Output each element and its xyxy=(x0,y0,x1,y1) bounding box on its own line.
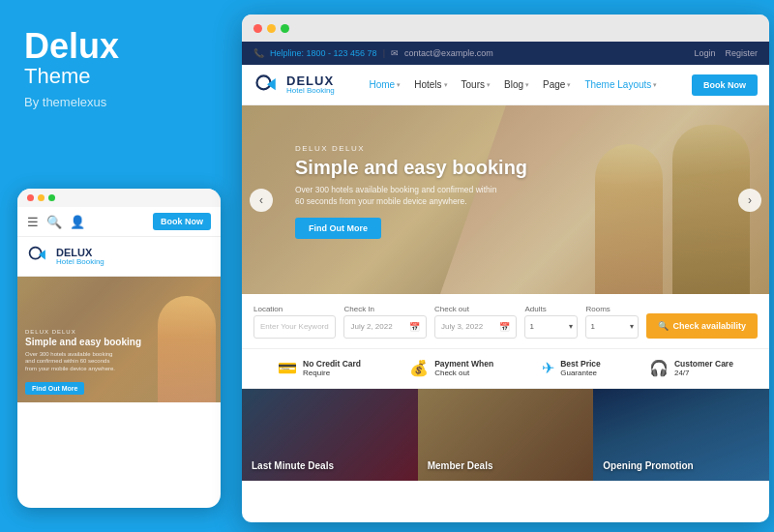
check-availability-button[interactable]: 🔍 Check availability xyxy=(646,313,758,339)
site-nav: DELUX Hotel Booking Home▾ Hotels▾ Tours▾… xyxy=(242,65,769,105)
card-member-deals[interactable]: Member Deals xyxy=(418,389,594,481)
adults-field: Adults 1 ▾ xyxy=(524,305,578,339)
mobile-nav: ☰ 🔍 👤 Book Now xyxy=(17,207,221,237)
left-panel: Delux Theme By themelexus ☰ 🔍 👤 Book Now… xyxy=(0,0,232,532)
nav-link-tours[interactable]: Tours▾ xyxy=(461,79,491,90)
desktop-titlebar xyxy=(242,15,769,42)
mobile-dot-yellow xyxy=(38,194,45,201)
desktop-dot-yellow[interactable] xyxy=(267,24,276,33)
customer-care-icon: 🎧 xyxy=(649,359,669,377)
nav-link-hotels[interactable]: Hotels▾ xyxy=(414,79,447,90)
mobile-hero: DELUX DELUX Simple and easy booking Over… xyxy=(17,277,221,402)
checkin-input[interactable]: July 2, 2022 📅 xyxy=(343,315,426,339)
mobile-titlebar xyxy=(17,189,221,207)
feature-sub-1: Require xyxy=(303,369,361,378)
mobile-search-icon[interactable]: 🔍 xyxy=(46,215,62,229)
topbar-right: Login Register xyxy=(694,48,758,58)
location-input[interactable]: Enter Your Keyword xyxy=(253,315,336,339)
mobile-user-icon[interactable]: 👤 xyxy=(70,215,85,229)
email-icon: ✉ xyxy=(391,48,399,58)
nav-logo: DELUX Hotel Booking xyxy=(253,72,335,99)
card-opening-promotion[interactable]: Opening Promotion xyxy=(593,389,769,481)
features-bar: 💳 No Credit Card Require 💰 Payment When … xyxy=(242,349,769,389)
svg-marker-1 xyxy=(39,250,45,259)
desktop-mockup: 📞 Helpline: 1800 - 123 456 78 | ✉ contac… xyxy=(242,15,769,522)
helpline-label: Helpline: 1800 - 123 456 78 xyxy=(270,48,377,58)
mobile-dot-green xyxy=(48,194,55,201)
nav-link-home[interactable]: Home▾ xyxy=(370,79,402,90)
search-icon-white: 🔍 xyxy=(658,321,669,331)
feature-sub-4: 24/7 xyxy=(674,369,733,378)
card-label-3: Opening Promotion xyxy=(603,460,693,471)
hero-next-arrow[interactable]: › xyxy=(738,189,761,212)
mobile-logo-area: DELUX Hotel Booking xyxy=(17,237,221,277)
nav-link-blog[interactable]: Blog▾ xyxy=(504,79,529,90)
mobile-logo-text: DELUX Hotel Booking xyxy=(56,248,104,266)
rooms-label: Rooms xyxy=(585,305,639,313)
rooms-select[interactable]: 1 ▾ xyxy=(585,315,639,339)
nav-links: Home▾ Hotels▾ Tours▾ Blog▾ Page▾ Theme L… xyxy=(370,79,658,90)
feature-customer-care: 🎧 Customer Care 24/7 xyxy=(649,359,733,378)
card-label-1: Last Minute Deals xyxy=(252,460,334,471)
location-field: Location Enter Your Keyword xyxy=(253,305,336,339)
mobile-dot-red xyxy=(27,194,34,201)
adults-chevron: ▾ xyxy=(569,322,573,331)
desktop-dot-green[interactable] xyxy=(281,24,289,33)
site-hero: ‹ › DELUX DELUX Simple and easy booking … xyxy=(242,105,769,294)
hero-label: DELUX DELUX xyxy=(295,144,527,153)
hero-title: Simple and easy booking xyxy=(295,157,527,179)
nav-logo-sub: Hotel Booking xyxy=(286,87,335,95)
feature-main-4: Customer Care xyxy=(674,359,733,369)
nav-link-theme-layouts[interactable]: Theme Layouts▾ xyxy=(584,79,657,90)
desktop-dot-red[interactable] xyxy=(253,24,262,33)
hero-description: Over 300 hotels available booking and co… xyxy=(295,185,508,208)
phone-icon: 📞 xyxy=(253,48,264,58)
feature-main-1: No Credit Card xyxy=(303,359,361,369)
hero-find-out-more-button[interactable]: Find Out More xyxy=(295,218,381,239)
mobile-hero-person xyxy=(158,296,216,402)
feature-sub-2: Check out xyxy=(434,369,493,378)
nav-book-now-button[interactable]: Book Now xyxy=(692,74,758,96)
mobile-menu-icon[interactable]: ☰ xyxy=(27,215,39,229)
brand-theme: Theme xyxy=(24,64,208,89)
login-link[interactable]: Login xyxy=(694,48,715,58)
payment-icon: 💰 xyxy=(409,359,429,377)
mobile-nav-icons: ☰ 🔍 👤 xyxy=(27,215,85,229)
search-bar: Location Enter Your Keyword Check In Jul… xyxy=(242,294,769,349)
checkin-label: Check In xyxy=(343,305,426,313)
cards-row: Last Minute Deals Member Deals Opening P… xyxy=(242,389,769,481)
mobile-book-button[interactable]: Book Now xyxy=(153,213,211,230)
feature-main-3: Best Price xyxy=(560,359,601,369)
brand-name: Delux xyxy=(24,29,208,64)
best-price-icon: ✈ xyxy=(542,359,554,377)
svg-point-0 xyxy=(30,248,42,259)
phone-number: 1800 - 123 456 78 xyxy=(307,48,377,58)
feature-sub-3: Guarantee xyxy=(560,369,601,378)
topbar-left: 📞 Helpline: 1800 - 123 456 78 | ✉ contac… xyxy=(253,48,493,58)
feature-no-credit-card: 💳 No Credit Card Require xyxy=(278,359,361,378)
topbar-email: contact@example.com xyxy=(404,48,493,58)
feature-best-price: ✈ Best Price Guarantee xyxy=(542,359,601,378)
mobile-logo-icon xyxy=(27,245,50,268)
nav-link-page[interactable]: Page▾ xyxy=(543,79,571,90)
svg-point-2 xyxy=(257,75,271,89)
hero-prev-arrow[interactable]: ‹ xyxy=(250,189,273,212)
feature-main-2: Payment When xyxy=(434,359,493,369)
card-label-2: Member Deals xyxy=(428,460,493,471)
location-label: Location xyxy=(253,305,336,313)
register-link[interactable]: Register xyxy=(725,48,758,58)
credit-card-icon: 💳 xyxy=(278,359,297,377)
brand-by: By themelexus xyxy=(24,95,208,109)
nav-logo-icon xyxy=(253,72,281,99)
checkin-field: Check In July 2, 2022 📅 xyxy=(343,305,426,339)
checkout-input[interactable]: July 3, 2022 📅 xyxy=(434,315,517,339)
site-topbar: 📞 Helpline: 1800 - 123 456 78 | ✉ contac… xyxy=(242,42,769,65)
mobile-mockup: ☰ 🔍 👤 Book Now DELUX Hotel Booking DELUX… xyxy=(17,189,221,508)
checkout-field: Check out July 3, 2022 📅 xyxy=(434,305,517,339)
checkout-label: Check out xyxy=(434,305,517,313)
rooms-chevron: ▾ xyxy=(630,322,634,331)
adults-select[interactable]: 1 ▾ xyxy=(524,315,578,339)
calendar-icon: 📅 xyxy=(409,322,420,332)
mobile-find-out-more-button[interactable]: Find Out More xyxy=(25,382,84,395)
card-last-minute-deals[interactable]: Last Minute Deals xyxy=(242,389,418,481)
